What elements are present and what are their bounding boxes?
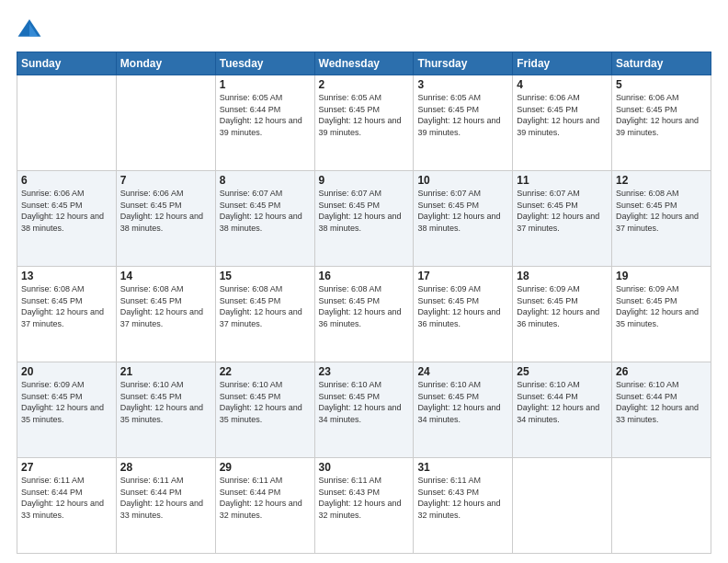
calendar-cell: 25Sunrise: 6:10 AM Sunset: 6:44 PM Dayli… [513,362,612,458]
calendar-cell: 23Sunrise: 6:10 AM Sunset: 6:45 PM Dayli… [314,362,414,458]
day-number: 19 [616,270,707,282]
calendar-cell: 16Sunrise: 6:08 AM Sunset: 6:45 PM Dayli… [314,267,414,362]
calendar-cell: 12Sunrise: 6:08 AM Sunset: 6:45 PM Dayli… [612,171,711,267]
calendar-cell [612,458,711,554]
day-number: 5 [616,78,707,91]
day-info: Sunrise: 6:08 AM Sunset: 6:45 PM Dayligh… [220,283,311,329]
calendar-cell: 10Sunrise: 6:07 AM Sunset: 6:45 PM Dayli… [414,171,513,267]
day-number: 26 [616,365,707,378]
day-number: 28 [120,461,211,474]
week-row-4: 20Sunrise: 6:09 AM Sunset: 6:45 PM Dayli… [17,362,711,458]
calendar-cell: 5Sunrise: 6:06 AM Sunset: 6:45 PM Daylig… [612,75,711,171]
day-info: Sunrise: 6:09 AM Sunset: 6:45 PM Dayligh… [21,379,112,425]
page: SundayMondayTuesdayWednesdayThursdayFrid… [0,0,728,563]
day-number: 22 [220,365,311,378]
day-info: Sunrise: 6:11 AM Sunset: 6:43 PM Dayligh… [319,475,410,521]
day-info: Sunrise: 6:05 AM Sunset: 6:45 PM Dayligh… [319,92,410,138]
calendar-cell: 24Sunrise: 6:10 AM Sunset: 6:45 PM Dayli… [414,362,513,458]
calendar-cell [116,75,215,171]
week-row-3: 13Sunrise: 6:08 AM Sunset: 6:45 PM Dayli… [17,267,711,362]
calendar-cell: 8Sunrise: 6:07 AM Sunset: 6:45 PM Daylig… [215,171,314,267]
day-info: Sunrise: 6:07 AM Sunset: 6:45 PM Dayligh… [517,188,608,234]
day-info: Sunrise: 6:07 AM Sunset: 6:45 PM Dayligh… [220,188,311,234]
day-info: Sunrise: 6:11 AM Sunset: 6:43 PM Dayligh… [417,475,508,521]
day-number: 2 [319,78,410,91]
calendar-cell: 17Sunrise: 6:09 AM Sunset: 6:45 PM Dayli… [414,267,513,362]
day-number: 24 [417,365,508,378]
col-header-wednesday: Wednesday [314,52,414,75]
day-number: 4 [517,78,608,91]
day-number: 1 [220,78,311,91]
day-number: 7 [120,174,211,187]
calendar-cell: 21Sunrise: 6:10 AM Sunset: 6:45 PM Dayli… [116,362,215,458]
day-info: Sunrise: 6:08 AM Sunset: 6:45 PM Dayligh… [21,283,112,329]
day-number: 12 [616,174,707,187]
day-number: 16 [319,270,410,282]
day-number: 29 [220,461,311,474]
day-number: 13 [21,270,112,282]
day-info: Sunrise: 6:09 AM Sunset: 6:45 PM Dayligh… [616,283,707,329]
day-number: 23 [319,365,410,378]
day-info: Sunrise: 6:10 AM Sunset: 6:45 PM Dayligh… [120,379,211,425]
calendar-cell: 28Sunrise: 6:11 AM Sunset: 6:44 PM Dayli… [116,458,215,554]
header [17,17,711,42]
day-info: Sunrise: 6:09 AM Sunset: 6:45 PM Dayligh… [417,283,508,329]
calendar-cell: 1Sunrise: 6:05 AM Sunset: 6:44 PM Daylig… [215,75,314,171]
day-number: 3 [417,78,508,91]
day-number: 8 [220,174,311,187]
week-row-5: 27Sunrise: 6:11 AM Sunset: 6:44 PM Dayli… [17,458,711,554]
day-info: Sunrise: 6:09 AM Sunset: 6:45 PM Dayligh… [517,283,608,329]
calendar-cell: 15Sunrise: 6:08 AM Sunset: 6:45 PM Dayli… [215,267,314,362]
day-number: 27 [21,461,112,474]
day-number: 10 [417,174,508,187]
day-info: Sunrise: 6:08 AM Sunset: 6:45 PM Dayligh… [120,283,211,329]
week-row-2: 6Sunrise: 6:06 AM Sunset: 6:45 PM Daylig… [17,171,711,267]
day-info: Sunrise: 6:10 AM Sunset: 6:45 PM Dayligh… [220,379,311,425]
week-row-1: 1Sunrise: 6:05 AM Sunset: 6:44 PM Daylig… [17,75,711,171]
calendar-cell: 20Sunrise: 6:09 AM Sunset: 6:45 PM Dayli… [17,362,117,458]
calendar-cell: 4Sunrise: 6:06 AM Sunset: 6:45 PM Daylig… [513,75,612,171]
col-header-monday: Monday [116,52,215,75]
calendar-cell [17,75,117,171]
day-info: Sunrise: 6:11 AM Sunset: 6:44 PM Dayligh… [21,475,112,521]
col-header-thursday: Thursday [414,52,513,75]
col-header-saturday: Saturday [612,52,711,75]
calendar-cell: 9Sunrise: 6:07 AM Sunset: 6:45 PM Daylig… [314,171,414,267]
calendar-cell: 6Sunrise: 6:06 AM Sunset: 6:45 PM Daylig… [17,171,117,267]
day-info: Sunrise: 6:10 AM Sunset: 6:44 PM Dayligh… [517,379,608,425]
day-number: 31 [417,461,508,474]
day-info: Sunrise: 6:07 AM Sunset: 6:45 PM Dayligh… [417,188,508,234]
day-info: Sunrise: 6:06 AM Sunset: 6:45 PM Dayligh… [517,92,608,138]
col-header-tuesday: Tuesday [215,52,314,75]
day-number: 18 [517,270,608,282]
calendar-cell: 14Sunrise: 6:08 AM Sunset: 6:45 PM Dayli… [116,267,215,362]
day-info: Sunrise: 6:06 AM Sunset: 6:45 PM Dayligh… [616,92,707,138]
day-number: 6 [21,174,112,187]
calendar-cell: 31Sunrise: 6:11 AM Sunset: 6:43 PM Dayli… [414,458,513,554]
calendar-cell [513,458,612,554]
calendar-cell: 22Sunrise: 6:10 AM Sunset: 6:45 PM Dayli… [215,362,314,458]
calendar-cell: 27Sunrise: 6:11 AM Sunset: 6:44 PM Dayli… [17,458,117,554]
calendar-cell: 7Sunrise: 6:06 AM Sunset: 6:45 PM Daylig… [116,171,215,267]
header-row: SundayMondayTuesdayWednesdayThursdayFrid… [17,52,711,75]
calendar-cell: 26Sunrise: 6:10 AM Sunset: 6:44 PM Dayli… [612,362,711,458]
day-number: 11 [517,174,608,187]
calendar-cell: 30Sunrise: 6:11 AM Sunset: 6:43 PM Dayli… [314,458,414,554]
day-number: 30 [319,461,410,474]
day-number: 17 [417,270,508,282]
calendar-cell: 19Sunrise: 6:09 AM Sunset: 6:45 PM Dayli… [612,267,711,362]
calendar-cell: 29Sunrise: 6:11 AM Sunset: 6:44 PM Dayli… [215,458,314,554]
calendar-cell: 13Sunrise: 6:08 AM Sunset: 6:45 PM Dayli… [17,267,117,362]
day-number: 14 [120,270,211,282]
calendar-cell: 11Sunrise: 6:07 AM Sunset: 6:45 PM Dayli… [513,171,612,267]
day-info: Sunrise: 6:11 AM Sunset: 6:44 PM Dayligh… [220,475,311,521]
calendar-cell: 2Sunrise: 6:05 AM Sunset: 6:45 PM Daylig… [314,75,414,171]
calendar-table: SundayMondayTuesdayWednesdayThursdayFrid… [17,52,711,554]
logo-icon [17,17,42,42]
col-header-sunday: Sunday [17,52,117,75]
day-info: Sunrise: 6:07 AM Sunset: 6:45 PM Dayligh… [319,188,410,234]
calendar-cell: 3Sunrise: 6:05 AM Sunset: 6:45 PM Daylig… [414,75,513,171]
day-number: 20 [21,365,112,378]
day-info: Sunrise: 6:05 AM Sunset: 6:45 PM Dayligh… [417,92,508,138]
calendar-cell: 18Sunrise: 6:09 AM Sunset: 6:45 PM Dayli… [513,267,612,362]
